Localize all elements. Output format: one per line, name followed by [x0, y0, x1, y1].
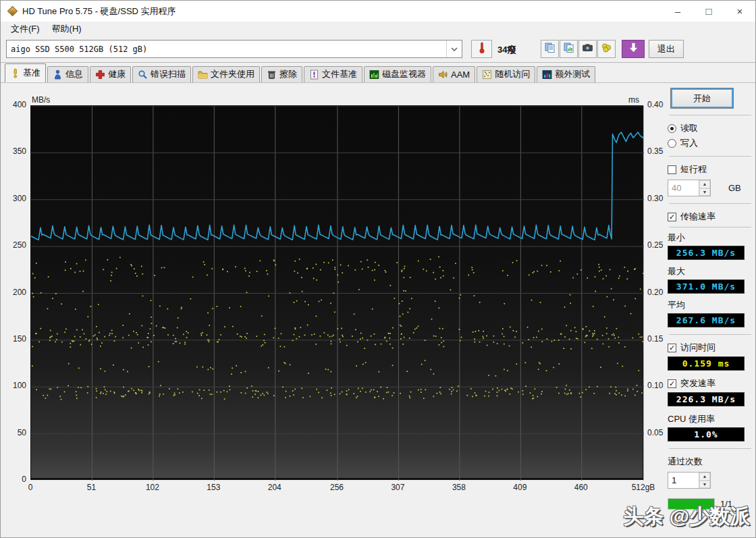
tab-label: 文件基准 [322, 68, 357, 80]
health-cross-icon [95, 70, 105, 80]
tab-random-access[interactable]: 随机访问 [477, 66, 535, 82]
checkbox-unchecked-icon [668, 165, 676, 174]
write-mode-radio[interactable]: 写入 [668, 137, 753, 149]
tab-label: 错误扫描 [151, 68, 186, 80]
avg-value-display: 267.6 MB/s [668, 313, 745, 327]
window-controls: – □ × [662, 1, 755, 22]
y-left-tick-label: 150 [2, 334, 26, 344]
access-time-checkbox[interactable]: ✓ 访问时间 [668, 342, 753, 354]
read-mode-radio[interactable]: 读取 [668, 122, 753, 134]
x-axis-tick-label: 204 [258, 483, 292, 492]
x-axis-tick-label: 512gB [626, 483, 660, 492]
benchmark-chart [30, 105, 643, 480]
x-axis-tick-label: 256 [320, 483, 354, 492]
capture-button[interactable] [622, 40, 645, 58]
burst-rate-label: 突发速率 [680, 377, 716, 389]
tab-error-scan[interactable]: 错误扫描 [132, 66, 191, 82]
menu-file[interactable]: 文件(F) [5, 22, 46, 36]
separator [669, 334, 751, 335]
tab-label: 健康 [108, 68, 126, 80]
tab-bar: 基准信息健康错误扫描文件夹使用擦除文件基准磁盘监视器AAM随机访问额外测试 [1, 63, 755, 83]
spin-up-icon[interactable]: ▲ [699, 180, 710, 188]
tab-label: 磁盘监视器 [382, 68, 426, 80]
exclamation-icon [10, 68, 20, 78]
drive-select-value: aigo SSD S500 512GB (512 gB) [11, 45, 147, 54]
copy-image-button[interactable] [560, 40, 578, 58]
tab-file-benchmark[interactable]: 文件基准 [304, 66, 362, 82]
short-stroke-size-input[interactable]: 40 ▲▼ [668, 180, 711, 196]
min-label: 最小 [668, 232, 753, 244]
write-mode-label: 写入 [680, 137, 698, 149]
window-title: HD Tune Pro 5.75 - 硬盘/SSD 实用程序 [22, 5, 176, 18]
tab-label: 信息 [65, 68, 83, 80]
tab-label: 文件夹使用 [211, 68, 254, 80]
y-left-tick-label: 50 [2, 428, 26, 437]
x-axis-tick-label: 460 [564, 483, 598, 492]
tab-info[interactable]: 信息 [47, 66, 88, 82]
transfer-rate-label: 传输速率 [680, 211, 716, 223]
random-access-icon [482, 70, 492, 80]
save-results-button[interactable] [597, 40, 616, 58]
separator [669, 227, 751, 227]
app-icon [7, 6, 18, 17]
tab-folder-usage[interactable]: 文件夹使用 [192, 66, 260, 82]
read-mode-label: 读取 [680, 122, 698, 134]
close-button[interactable]: × [724, 1, 755, 22]
burst-rate-display: 226.3 MB/s [668, 392, 745, 406]
cpu-usage-label: CPU 使用率 [668, 413, 753, 425]
minimize-button[interactable]: – [662, 1, 693, 22]
spinner-arrows[interactable]: ▲▼ [699, 473, 710, 488]
max-label: 最大 [668, 265, 753, 277]
copy-text-icon [544, 42, 556, 56]
y-left-tick-label: 250 [2, 240, 26, 250]
watermark: 头条 @少数派 [623, 503, 750, 531]
access-time-display: 0.159 ms [668, 356, 745, 371]
drive-select[interactable]: aigo SSD S500 512GB (512 gB) [6, 40, 462, 58]
camera-icon [582, 42, 593, 56]
separator [669, 115, 751, 115]
short-stroke-size-value: 40 [668, 180, 699, 196]
min-value-display: 256.3 MB/s [668, 246, 745, 260]
exit-button[interactable]: 退出 [649, 40, 684, 58]
tab-aam[interactable]: AAM [433, 66, 475, 82]
tab-erase[interactable]: 擦除 [261, 66, 302, 82]
pass-count-input[interactable]: 1 ▲▼ [668, 472, 711, 489]
spin-down-icon[interactable]: ▼ [699, 481, 710, 489]
checkbox-checked-icon: ✓ [668, 344, 676, 352]
spin-down-icon[interactable]: ▼ [699, 188, 710, 196]
title-bar: HD Tune Pro 5.75 - 硬盘/SSD 实用程序 – □ × [1, 1, 755, 22]
y-left-tick-label: 350 [2, 146, 26, 156]
menu-bar: 文件(F) 帮助(H) [1, 22, 755, 36]
benchmark-control-panel: 开始 读取 写入 短行程 40 ▲▼ GB ✓ 传输速率 最小 [668, 88, 753, 510]
menu-help[interactable]: 帮助(H) [46, 22, 88, 36]
spin-up-icon[interactable]: ▲ [699, 473, 710, 481]
toolbar: aigo SSD S500 512GB (512 gB) 34癈 退出 [1, 36, 755, 63]
y-left-tick-label: 200 [2, 288, 26, 297]
checkbox-checked-icon: ✓ [668, 379, 676, 388]
tab-health[interactable]: 健康 [90, 66, 131, 82]
toolbar-buttons [541, 40, 645, 58]
tab-extra-tests[interactable]: 额外测试 [537, 66, 595, 82]
x-axis-tick-label: 358 [442, 483, 476, 492]
burst-rate-checkbox[interactable]: ✓ 突发速率 [668, 377, 753, 389]
copy-text-button[interactable] [541, 40, 559, 58]
x-axis-tick-label: 409 [503, 483, 537, 492]
extra-tests-icon [542, 70, 552, 80]
transfer-rate-checkbox[interactable]: ✓ 传输速率 [668, 211, 753, 223]
maximize-button[interactable]: □ [693, 1, 724, 22]
speaker-icon [438, 70, 448, 80]
tab-benchmark[interactable]: 基准 [5, 63, 46, 82]
short-stroke-checkbox[interactable]: 短行程 [668, 163, 753, 176]
tab-label: 擦除 [279, 68, 297, 80]
folder-icon [198, 70, 208, 80]
tab-label: AAM [451, 70, 470, 80]
tab-disk-monitor[interactable]: 磁盘监视器 [364, 66, 431, 82]
pass-count-value: 1 [668, 473, 699, 488]
spinner-arrows[interactable]: ▲▼ [699, 180, 710, 196]
x-axis-tick-label: 307 [381, 483, 414, 492]
screenshot-button[interactable] [578, 40, 597, 58]
trash-icon [267, 70, 277, 80]
coins-icon [601, 42, 612, 56]
start-button[interactable]: 开始 [671, 88, 733, 108]
temperature-button[interactable] [471, 40, 492, 58]
